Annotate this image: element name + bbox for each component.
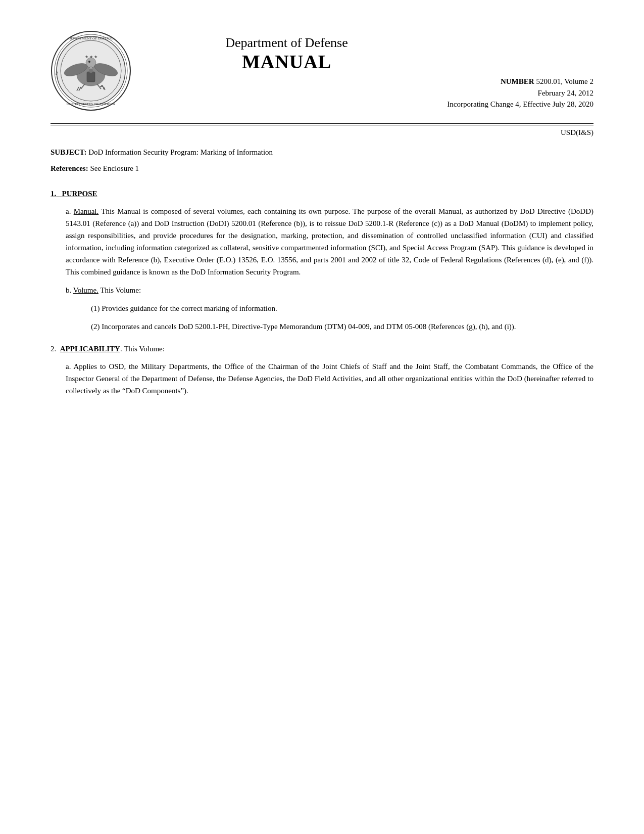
references-text: See Enclosure 1 [90, 164, 139, 172]
section-applicability: 2. APPLICABILITY. This Volume: a. Applie… [51, 345, 593, 397]
section2-para-a-text: Applies to OSD, the Military Departments… [66, 362, 593, 395]
number-label: NUMBER [501, 77, 534, 85]
section2-para-a-label: a. [66, 362, 71, 370]
section2-number: 2. [51, 345, 56, 353]
section1-title: PURPOSE [62, 190, 97, 198]
number-line: NUMBER 5200.01, Volume 2 [422, 76, 593, 87]
svg-text:UNITED STATES OF AMERICA: UNITED STATES OF AMERICA [67, 102, 115, 106]
section1-item-1: (1) Provides guidance for the correct ma… [91, 302, 593, 314]
subject-label: SUBJECT: [51, 148, 86, 156]
page: ★ ★ ★ DEPARTMENT OF DEFENSE UNITED STATE… [0, 0, 644, 834]
svg-rect-8 [87, 72, 95, 82]
para-b-volume-label: Volume. [73, 286, 98, 294]
usd-line: USD(I&S) [51, 128, 593, 137]
subject-text: DoD Information Security Program: Markin… [88, 148, 273, 156]
number-block: NUMBER 5200.01, Volume 2 February 24, 20… [422, 30, 593, 110]
item2-number: (2) [91, 322, 100, 331]
svg-text:DEPARTMENT OF DEFENSE: DEPARTMENT OF DEFENSE [68, 36, 113, 40]
header: ★ ★ ★ DEPARTMENT OF DEFENSE UNITED STATE… [51, 30, 593, 113]
date-line: February 24, 2012 [422, 87, 593, 99]
section1-item-2: (2) Incorporates and cancels DoD 5200.1-… [91, 320, 593, 333]
section1-para-b: b. Volume. This Volume: [66, 284, 593, 296]
subject-line: SUBJECT: DoD Information Security Progra… [51, 146, 593, 158]
section1-heading: 1. PURPOSE [51, 190, 593, 198]
item1-number: (1) [91, 304, 100, 312]
section1-number: 1. [51, 190, 56, 198]
svg-point-20 [101, 85, 103, 87]
para-a-text: This Manual is composed of several volum… [66, 207, 593, 276]
section-purpose: 1. PURPOSE a. Manual. This Manual is com… [51, 190, 593, 333]
para-a-manual-label: Manual. [74, 207, 99, 215]
section2-heading-line: 2. APPLICABILITY. This Volume: [51, 345, 593, 353]
title-block: Department of Defense MANUAL [141, 30, 422, 73]
references-line: References: See Enclosure 1 [51, 162, 593, 174]
para-b-intro: This Volume: [98, 286, 141, 294]
svg-text:★ ★ ★: ★ ★ ★ [85, 55, 97, 59]
header-divider [51, 123, 593, 125]
svg-point-17 [88, 61, 90, 63]
svg-point-13 [89, 69, 93, 73]
svg-point-21 [103, 87, 105, 89]
seal-container: ★ ★ ★ DEPARTMENT OF DEFENSE UNITED STATE… [51, 30, 141, 113]
item2-text: Incorporates and cancels DoD 5200.1-PH, … [102, 322, 516, 331]
change-line: Incorporating Change 4, Effective July 2… [422, 99, 593, 110]
manual-title: MANUAL [242, 51, 331, 73]
dept-title: Department of Defense [225, 35, 348, 51]
section2-para-a: a. Applies to OSD, the Military Departme… [66, 360, 593, 397]
item1-text: Provides guidance for the correct markin… [102, 304, 277, 312]
dod-seal-icon: ★ ★ ★ DEPARTMENT OF DEFENSE UNITED STATE… [51, 30, 131, 111]
section2-intro: . This Volume: [120, 345, 165, 353]
section1-para-a: a. Manual. This Manual is composed of se… [66, 205, 593, 278]
number-value: 5200.01, Volume 2 [536, 77, 593, 85]
section2-title: APPLICABILITY [60, 345, 120, 353]
references-label: References: [51, 164, 88, 172]
